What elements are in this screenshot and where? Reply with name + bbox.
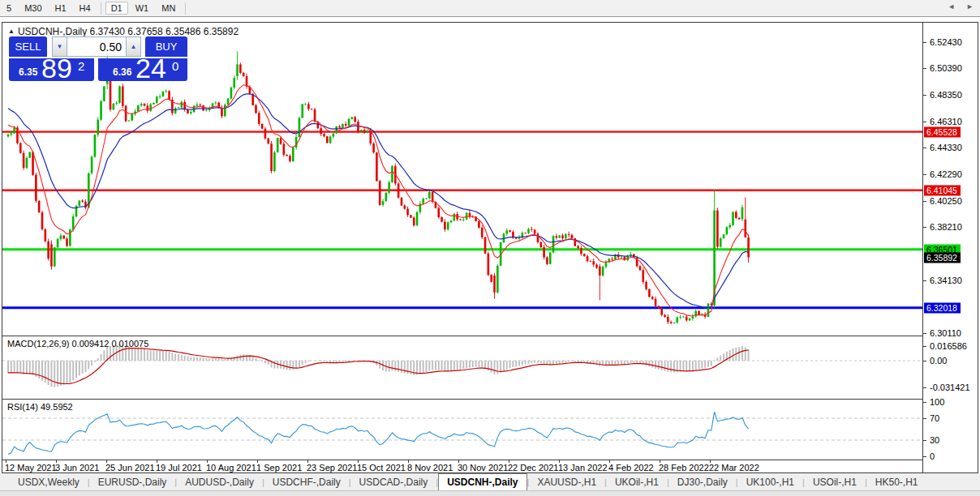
macd-axis-label-tick <box>923 361 926 361</box>
rsi-axis-label-tick <box>923 456 926 457</box>
symbol-tab-xauusdh1[interactable]: XAUUSD-,H1 <box>529 473 604 490</box>
candle-body <box>280 138 282 143</box>
candle-body <box>735 212 737 217</box>
candle-body <box>314 109 316 122</box>
timeframe-button-h4[interactable]: H4 <box>74 2 97 15</box>
price-axis-label: 6.42290 <box>930 169 962 179</box>
candle-body <box>66 238 68 246</box>
candle-body <box>642 270 644 282</box>
candle-body <box>270 143 273 171</box>
candle-body <box>367 130 369 132</box>
candle-body <box>115 103 118 104</box>
candle-body <box>338 126 341 127</box>
symbol-tab-uk100h1[interactable]: UK100-,H1 <box>738 473 802 490</box>
candle-body <box>140 104 143 105</box>
macd-axis-label: 0.00 <box>930 356 947 366</box>
candle-body <box>11 134 13 135</box>
price-axis[interactable]: 6.524306.503906.483506.463106.443306.422… <box>923 23 978 472</box>
candle-body <box>478 221 480 228</box>
timeframe-button-m30[interactable]: M30 <box>19 2 47 15</box>
candle-body <box>518 237 521 238</box>
symbol-tab-hk50h1[interactable]: HK50-,H1 <box>867 473 926 490</box>
timeframe-button-5[interactable]: 5 <box>1 2 17 15</box>
candle-body <box>496 266 499 293</box>
candle-body <box>534 230 536 234</box>
candle-body <box>732 212 734 224</box>
buy-price-quote[interactable]: 6.36 24 0 <box>98 58 187 81</box>
candle-body <box>205 110 208 111</box>
price-axis-label: 6.44330 <box>930 143 962 152</box>
candle-body <box>747 237 750 258</box>
candle-body <box>568 234 570 235</box>
candle-body <box>689 319 691 320</box>
candle-body <box>744 220 746 237</box>
candle-body <box>227 99 230 105</box>
timeframe-button-mn[interactable]: MN <box>156 2 181 15</box>
candle-body <box>565 234 567 238</box>
candle-body <box>382 201 385 205</box>
candle-body <box>113 104 115 109</box>
rsi-indicator-chart[interactable] <box>2 400 922 460</box>
macd-axis-label: 0.016586 <box>930 341 967 351</box>
timeframe-button-w1[interactable]: W1 <box>130 2 155 15</box>
symbol-tab-usdxweekly[interactable]: USDX,Weekly <box>10 473 88 490</box>
collapse-triangle-icon[interactable]: ▲ <box>8 28 15 35</box>
macd-axis-label-tick <box>923 387 926 388</box>
date-label: 25 Jun 2021 <box>105 463 155 472</box>
candle-body <box>153 103 155 105</box>
candle-body <box>351 118 354 119</box>
price-axis-label-tick <box>923 148 926 148</box>
candle-body <box>648 289 651 297</box>
tabs-scroll-left-icon[interactable]: ◄ <box>948 2 955 11</box>
symbol-tab-dj30daily[interactable]: DJ30-,Daily <box>669 473 736 490</box>
candle-body <box>181 102 183 108</box>
candle-body <box>47 242 49 259</box>
candle-body <box>391 166 393 182</box>
candle-body <box>692 316 694 319</box>
volume-input[interactable]: 0.50 <box>67 36 126 57</box>
ma-slow-line <box>8 94 749 308</box>
rsi-name: RSI(14) <box>7 402 38 412</box>
candle-body <box>488 254 490 275</box>
candle-body <box>230 88 233 98</box>
candle-body <box>187 109 189 113</box>
tabs-scroll-right-icon[interactable]: ► <box>966 2 974 11</box>
symbol-tab-audusddaily[interactable]: AUDUSD-,Daily <box>177 473 262 490</box>
timeframe-button-h1[interactable]: H1 <box>49 2 72 15</box>
candle-body <box>329 137 332 143</box>
symbol-title: USDCNH-,Daily <box>18 26 87 37</box>
price-axis-label-tick <box>923 122 926 122</box>
price-axis-label-tick <box>923 201 926 202</box>
candle-body <box>410 215 412 217</box>
candle-body <box>398 183 400 197</box>
price-badge-6.35892: 6.35892 <box>924 252 961 263</box>
timeframe-button-d1[interactable]: D1 <box>105 2 128 15</box>
candle-body <box>583 254 586 256</box>
ma-fast-line <box>8 85 749 316</box>
symbol-tab-usdchfdaily[interactable]: USDCHF-,Daily <box>264 473 349 490</box>
symbol-tab-eurusddaily[interactable]: EURUSD-,Daily <box>90 473 175 490</box>
candle-body <box>437 208 440 217</box>
candle-body <box>720 238 722 246</box>
candle-body <box>509 230 511 232</box>
candle-body <box>149 105 152 111</box>
candle-body <box>556 236 558 237</box>
symbol-tab-ukoilh1[interactable]: UKOil-,H1 <box>607 473 667 490</box>
macd-header: MACD(12,26,9) 0.009412 0.010075 <box>7 339 148 348</box>
rsi-axis-label: 70 <box>930 413 939 423</box>
candle-body <box>60 236 62 239</box>
candle-body <box>379 181 381 204</box>
candle-body <box>267 139 269 143</box>
symbol-tab-usoilh1[interactable]: USOil-,H1 <box>805 473 865 490</box>
candle-body <box>159 96 161 97</box>
rsi-header: RSI(14) 49.5952 <box>7 402 73 412</box>
status-strip <box>0 490 980 496</box>
date-label: 15 Oct 2021 <box>357 463 406 472</box>
sell-price-quote[interactable]: 6.35 89 2 <box>9 58 94 81</box>
symbol-tab-usdcnhdaily[interactable]: USDCNH-,Daily <box>438 473 527 490</box>
candle-body <box>587 256 589 261</box>
rsi-axis-label: 100 <box>930 397 944 407</box>
candle-body <box>425 199 428 199</box>
symbol-tab-usdcaddaily[interactable]: USDCAD-,Daily <box>351 473 436 490</box>
candle-body <box>273 152 276 171</box>
